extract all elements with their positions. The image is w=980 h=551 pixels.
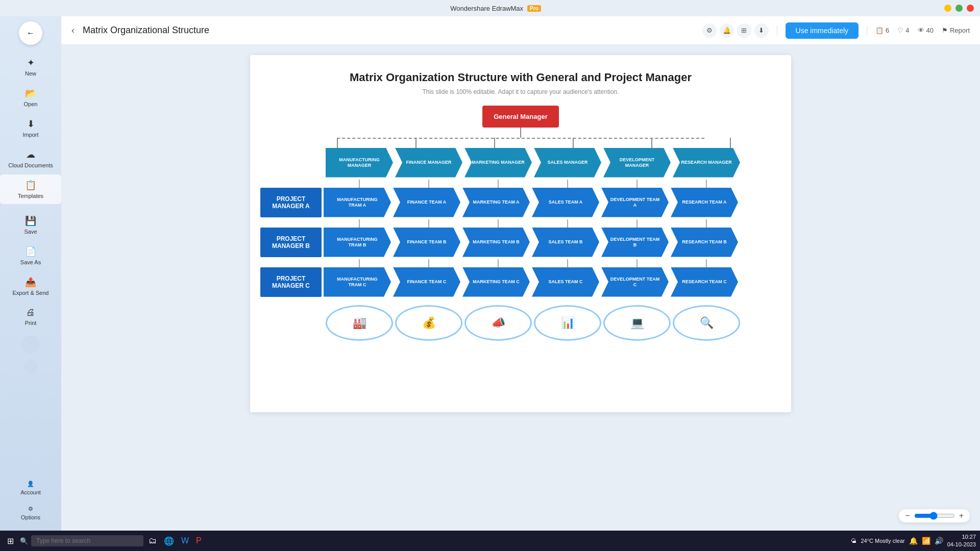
- topbar-back-button[interactable]: ‹: [71, 25, 75, 36]
- gm-row: General Manager: [260, 106, 781, 128]
- weather-text: 24°C Mostly clear: [861, 538, 904, 544]
- team-b-1: FINANCE TEAM B: [393, 228, 460, 257]
- maximize-button[interactable]: [955, 5, 963, 12]
- diagram-title: Matrix Organization Structure with Gener…: [260, 70, 781, 85]
- close-button[interactable]: [967, 5, 974, 12]
- manager-cell-5: RESEARCH MANAGER: [673, 148, 740, 178]
- zoom-out-button[interactable]: −: [905, 511, 910, 520]
- sidebar-item-print[interactable]: 🖨 Print: [0, 302, 61, 331]
- back-button[interactable]: ←: [19, 21, 42, 45]
- download-icon[interactable]: ⬇: [754, 23, 769, 38]
- report-label: Report: [950, 27, 970, 34]
- report-icon: ⚑: [942, 27, 948, 34]
- canvas-wrapper[interactable]: Matrix Organization Structure with Gener…: [61, 45, 980, 531]
- taskbar: ⊞ 🔍 🗂 🌐 W P 🌤 24°C Mostly clear 🔔 📶 🔊 10…: [0, 531, 980, 551]
- sidebar-item-import[interactable]: ⬇ Import: [0, 113, 61, 143]
- minimize-button[interactable]: [944, 5, 951, 12]
- likes-stat: ♡ 4: [897, 27, 909, 34]
- save-icon: 💾: [25, 215, 36, 227]
- report-link[interactable]: ⚑ Report: [942, 27, 970, 34]
- icon-circle-2: 📣: [464, 305, 532, 341]
- sidebar-item-cloud[interactable]: ☁ Cloud Documents: [0, 144, 61, 173]
- main-layout: ← ✦ New 📂 Open ⬇ Import ☁ Cloud Document…: [0, 16, 980, 531]
- sidebar-label-save: Save: [24, 229, 37, 235]
- topbar: ‹ Matrix Organizational Structure ⚙ 🔔 ⊞ …: [61, 16, 980, 45]
- taskbar-volume: 🔊: [935, 537, 943, 545]
- zoom-slider[interactable]: [914, 512, 955, 520]
- zoom-bar: − +: [899, 509, 970, 522]
- sidebar-item-save[interactable]: 💾 Save: [0, 210, 61, 240]
- team-a-3: SALES TEAM A: [532, 188, 599, 217]
- export-icon: 📤: [25, 277, 36, 288]
- icon-circle-0: 🏭: [326, 305, 393, 341]
- likes-count: 4: [905, 27, 909, 34]
- team-a-5: RESEARCH TEAM A: [671, 188, 738, 217]
- team-a-4: DEVELOPMENT TEAM A: [601, 188, 669, 217]
- managers-row: MANUFACTURING MANAGER FINANCE MANAGER MA…: [326, 148, 781, 178]
- team-a-0: MANUFACTURING TRAM A: [324, 188, 391, 217]
- taskbar-search-icon: 🔍: [20, 537, 28, 545]
- open-icon: 📂: [25, 88, 36, 99]
- zoom-in-button[interactable]: +: [959, 511, 964, 520]
- sidebar-item-templates[interactable]: 📋 Templates: [0, 174, 61, 204]
- print-icon: 🖨: [26, 307, 35, 318]
- taskbar-app-word[interactable]: W: [179, 534, 191, 547]
- manager-cell-3: SALES MANAGER: [534, 148, 601, 178]
- sidebar-item-open[interactable]: 📂 Open: [0, 83, 61, 112]
- sidebar-label-cloud: Cloud Documents: [8, 162, 53, 168]
- topbar-icon-group: ⚙ 🔔 ⊞ ⬇: [702, 23, 769, 38]
- manager-cell-0: MANUFACTURING MANAGER: [326, 148, 393, 178]
- taskbar-app-chrome[interactable]: 🌐: [162, 534, 176, 548]
- v-connector-c: [326, 259, 781, 267]
- v-connector-b: [326, 219, 781, 228]
- team-c-2: MARKETING TEAM C: [462, 267, 530, 297]
- copies-icon: 📋: [875, 27, 884, 34]
- sidebar-item-new[interactable]: ✦ New: [0, 52, 61, 82]
- team-b-2: MARKETING TEAM B: [462, 228, 530, 257]
- team-row-b: PROJECTMANAGER B MANUFACTURING TRAM B FI…: [260, 228, 781, 257]
- app-title: Wondershare EdrawMax: [450, 5, 523, 12]
- start-button[interactable]: ⊞: [4, 534, 17, 548]
- team-b-0: MANUFACTURING TRAM B: [324, 228, 391, 257]
- team-c-4: DEVELOPMENT TEAM C: [601, 267, 669, 297]
- topbar-divider-2: [867, 26, 867, 36]
- team-row-c: PROJECTMANAGER C MANUFACTURING TRAM C FI…: [260, 267, 781, 297]
- manager-cell-2: MARKETING MANAGER: [464, 148, 532, 178]
- sidebar-label-new: New: [25, 70, 36, 77]
- titlebar: Wondershare EdrawMax Pro: [0, 0, 980, 16]
- sidebar-item-account[interactable]: 👤 Account: [0, 475, 61, 500]
- bell-icon[interactable]: 🔔: [720, 23, 734, 38]
- sidebar-label-export: Export & Send: [13, 290, 49, 296]
- apps-icon[interactable]: ⊞: [737, 23, 751, 38]
- page-title: Matrix Organizational Structure: [83, 25, 694, 36]
- back-icon: ←: [27, 29, 35, 38]
- titlebar-center: Wondershare EdrawMax Pro: [450, 5, 541, 12]
- taskbar-search-input[interactable]: [31, 535, 143, 546]
- sidebar-label-account: Account: [20, 489, 41, 495]
- icon-circle-1: 💰: [395, 305, 462, 341]
- team-c-1: FINANCE TEAM C: [393, 267, 460, 297]
- canvas: Matrix Organization Structure with Gener…: [250, 55, 791, 412]
- settings-icon[interactable]: ⚙: [702, 23, 717, 38]
- sidebar-item-export[interactable]: 📤 Export & Send: [0, 271, 61, 301]
- sidebar-item-saveas[interactable]: 📄 Save As: [0, 241, 61, 270]
- team-a-1: FINANCE TEAM A: [393, 188, 460, 217]
- views-count: 40: [926, 27, 934, 34]
- team-row-a: PROJECTMANAGER A MANUFACTURING TRAM A FI…: [260, 188, 781, 217]
- sidebar-item-options[interactable]: ⚙ Options: [0, 500, 61, 525]
- templates-icon: 📋: [25, 180, 36, 191]
- manager-cell-1: FINANCE MANAGER: [395, 148, 462, 178]
- sidebar-label-saveas: Save As: [20, 259, 41, 265]
- use-immediately-button[interactable]: Use immediately: [786, 22, 859, 39]
- sidebar-label-templates: Templates: [18, 193, 43, 199]
- sidebar-label-open: Open: [24, 101, 38, 107]
- taskbar-app-extra[interactable]: P: [194, 534, 204, 547]
- likes-icon: ♡: [897, 27, 903, 34]
- taskbar-app-explorer[interactable]: 🗂: [146, 534, 159, 547]
- sidebar-label-options: Options: [21, 514, 40, 520]
- window-controls[interactable]: [944, 5, 974, 12]
- saveas-icon: 📄: [25, 246, 36, 257]
- v-connector-a: [326, 180, 781, 188]
- pro-badge: Pro: [527, 5, 541, 12]
- copies-count: 6: [886, 27, 889, 34]
